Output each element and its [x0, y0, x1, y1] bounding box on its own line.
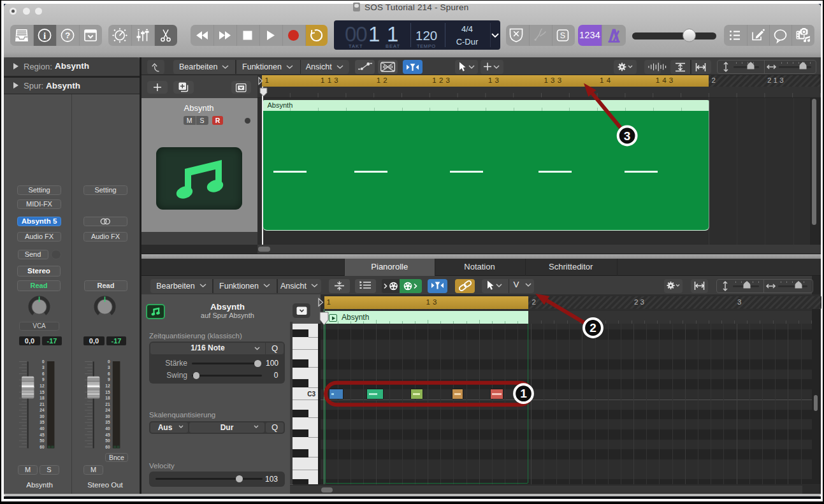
svg-text:3: 3 — [624, 129, 631, 143]
svg-text:2: 2 — [589, 321, 596, 335]
svg-text:1: 1 — [520, 387, 527, 400]
